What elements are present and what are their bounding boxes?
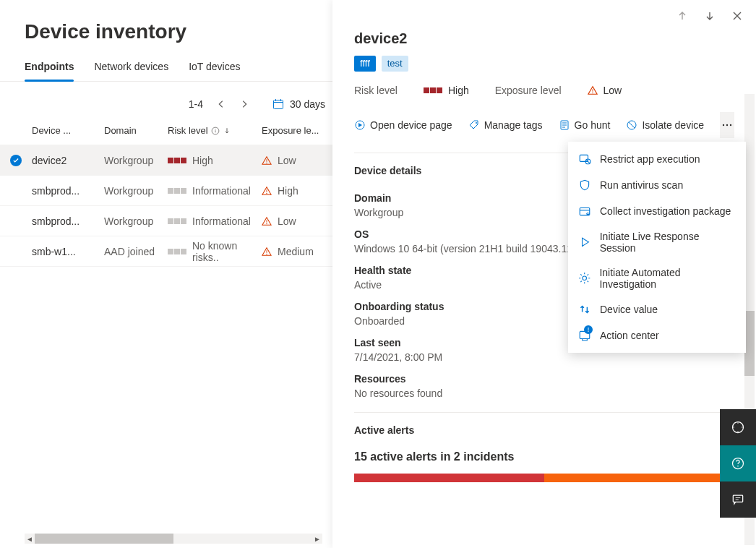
tag-icon (468, 119, 480, 131)
row-select[interactable] (0, 155, 32, 166)
page-range-text: 1-4 (189, 98, 203, 110)
feedback-icon (731, 492, 745, 507)
tag-row: ffff test (354, 56, 734, 72)
menu-item-label: Initiate Live Response Session (600, 231, 736, 254)
help-question-button[interactable] (720, 445, 756, 481)
arrow-up-icon (676, 10, 688, 22)
table-row[interactable]: smbprod...WorkgroupInformationalHigh (0, 176, 332, 206)
panel-close-button[interactable] (730, 9, 744, 23)
panel-controls (332, 0, 756, 26)
svg-point-18 (583, 276, 586, 280)
col-header-domain[interactable]: Domain (104, 125, 168, 136)
shield-icon (578, 179, 591, 192)
updown-icon (578, 303, 591, 316)
more-actions-button[interactable] (720, 112, 734, 138)
svg-point-6 (266, 253, 267, 254)
scroll-left-arrow[interactable]: ◄ (25, 534, 35, 544)
close-icon (731, 10, 743, 22)
menu-item-package[interactable]: Collect investigation package (568, 198, 746, 224)
level-row: Risk level High Exposure level Low (354, 85, 734, 96)
go-hunt-button[interactable]: Go hunt (559, 119, 611, 131)
date-range-button[interactable]: 30 days (272, 98, 325, 110)
table-row[interactable]: device2WorkgroupHighLow (0, 145, 332, 176)
tab-endpoints[interactable]: Endpoints (25, 53, 74, 81)
help-compass-button[interactable] (720, 409, 756, 445)
tab-network-devices[interactable]: Network devices (94, 53, 168, 81)
isolate-icon (626, 119, 637, 131)
menu-item-shield[interactable]: Run antivirus scan (568, 172, 746, 198)
manage-tags-button[interactable]: Manage tags (468, 119, 543, 131)
exposure-level-label: Exposure level (495, 85, 562, 96)
toolbar: 1-4 30 days (0, 82, 332, 119)
scroll-thumb[interactable] (35, 534, 173, 544)
cell-device: smbprod... (32, 185, 104, 197)
cell-device: smbprod... (32, 215, 104, 227)
prev-page-button[interactable] (213, 96, 229, 112)
menu-item-gear[interactable]: Initiate Automated Investigation (568, 260, 746, 296)
cell-domain: Workgroup (104, 185, 168, 197)
table-row[interactable]: smbprod...WorkgroupInformationalLow (0, 206, 332, 236)
panel-down-button[interactable] (703, 9, 717, 23)
cell-domain: AAD joined (104, 246, 168, 257)
field-label-resources: Resources (354, 373, 734, 385)
isolate-device-button[interactable]: Isolate device (626, 119, 704, 131)
svg-rect-23 (733, 495, 742, 502)
horizontal-scrollbar[interactable]: ◄ ► (25, 534, 322, 544)
next-page-button[interactable] (236, 96, 252, 112)
panel-device-title: device2 (354, 30, 734, 47)
menu-item-action[interactable]: Action center! (568, 322, 746, 348)
arrow-down-icon (704, 10, 716, 22)
more-icon (721, 119, 733, 131)
cell-device: smb-w1... (32, 246, 104, 257)
open-device-page-button[interactable]: Open device page (354, 119, 452, 131)
device-tag[interactable]: test (382, 56, 408, 72)
field-value-resources: No resources found (354, 388, 734, 399)
device-tag[interactable]: ffff (354, 56, 376, 72)
table-header: Device ... Domain Risk level Exposure le… (0, 119, 332, 145)
table-row[interactable]: smb-w1...AAD joinedNo known risks..Mediu… (0, 236, 332, 267)
floating-buttons (720, 409, 756, 518)
menu-item-label: Restrict app execution (600, 153, 700, 165)
risk-level-label: Risk level (354, 85, 398, 96)
menu-item-restrict[interactable]: Restrict app execution (568, 146, 746, 172)
scroll-right-arrow[interactable]: ► (312, 534, 322, 544)
svg-point-7 (592, 92, 593, 93)
menu-item-play[interactable]: Initiate Live Response Session (568, 224, 746, 260)
hunt-icon (559, 119, 570, 131)
cell-exposure: Low (262, 215, 332, 227)
panel-up-button[interactable] (675, 9, 690, 23)
col-header-device[interactable]: Device ... (32, 125, 104, 136)
date-range-label: 30 days (290, 98, 325, 110)
cell-exposure: High (262, 185, 332, 197)
col-header-exposure[interactable]: Exposure le... (262, 125, 332, 136)
restrict-icon (578, 153, 591, 166)
col-header-risk-label: Risk level (168, 125, 208, 136)
page-title: Device inventory (0, 0, 332, 53)
svg-point-12 (723, 124, 724, 125)
calendar-icon (272, 98, 284, 110)
info-icon (211, 127, 220, 135)
col-header-risk[interactable]: Risk level (168, 125, 262, 136)
package-icon (578, 205, 591, 218)
warning-icon (262, 186, 272, 196)
svg-point-2 (215, 129, 215, 129)
menu-item-updown[interactable]: Device value (568, 296, 746, 322)
alerts-bar-segment-orange (544, 474, 734, 482)
cell-domain: Workgroup (104, 215, 168, 227)
chevron-right-icon (239, 99, 249, 109)
warning-icon (262, 247, 272, 257)
panel-scroll-thumb[interactable] (744, 311, 755, 376)
warning-icon (588, 85, 598, 95)
tab-iot-devices[interactable]: IoT devices (189, 53, 240, 81)
active-alerts-section-title[interactable]: Active alerts (354, 412, 734, 439)
gear-icon (578, 272, 590, 285)
alerts-summary-text: 15 active alerts in 2 incidents (354, 450, 734, 463)
menu-item-label: Collect investigation package (600, 205, 731, 217)
risk-indicator-icon (168, 188, 186, 194)
cell-risk: Informational (168, 215, 262, 227)
warning-icon (262, 216, 272, 226)
question-icon (731, 456, 745, 471)
feedback-button[interactable] (720, 481, 756, 518)
risk-indicator-icon (168, 249, 186, 254)
menu-item-label: Action center (600, 330, 659, 341)
